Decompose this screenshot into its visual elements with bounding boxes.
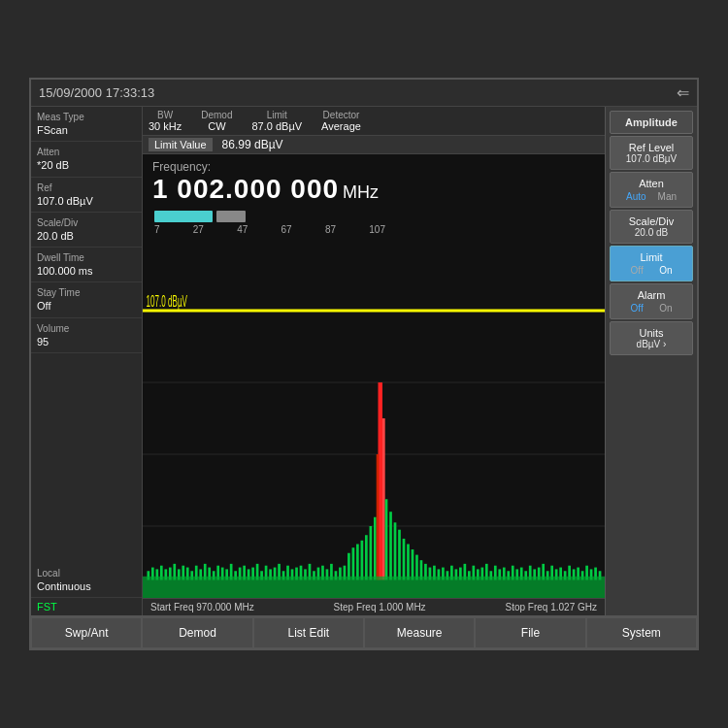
bw-info: BW 30 kHz: [149, 110, 182, 132]
limit-btn[interactable]: Limit Off On: [610, 246, 693, 281]
demod-button[interactable]: Demod: [142, 617, 252, 648]
detector-info: Detector Average: [321, 110, 361, 132]
ref-item: Ref 107.0 dBµV: [31, 178, 142, 213]
units-btn[interactable]: Units dBµV ›: [610, 321, 693, 355]
svg-text:107.0 dBµV: 107.0 dBµV: [147, 292, 188, 311]
svg-rect-62: [385, 499, 388, 579]
demod-info: Demod CW: [201, 110, 232, 132]
dwell-time-item: Dwell Time 100.000 ms: [31, 248, 142, 282]
scale-div-item: Scale/Div 20.0 dB: [31, 213, 142, 248]
svg-rect-56: [365, 535, 368, 579]
limit-info: Limit 87.0 dBµV: [252, 110, 303, 132]
spectrum-svg: 107.0 dBµV: [143, 239, 605, 598]
amplitude-header: Amplitude: [610, 111, 693, 134]
meas-type-item: Meas Type FScan: [31, 107, 142, 142]
scale-gray: [216, 211, 246, 222]
freq-info-bar: Start Freq 970.000 MHz Step Freq 1.000 M…: [143, 598, 605, 615]
svg-rect-52: [347, 553, 350, 580]
file-button[interactable]: File: [475, 617, 585, 648]
fst-label: FST: [31, 598, 142, 615]
center-screen: BW 30 kHz Demod CW Limit 87.0 dBµV Detec…: [143, 107, 605, 615]
svg-rect-64: [394, 522, 397, 579]
svg-rect-55: [361, 541, 364, 580]
svg-rect-68: [412, 549, 414, 579]
main-area: Meas Type FScan Atten *20 dB Ref 107.0 d…: [31, 107, 697, 615]
right-sidebar: Amplitude Ref Level 107.0 dBµV Atten Aut…: [605, 107, 697, 615]
svg-rect-66: [403, 539, 406, 580]
measure-button[interactable]: Measure: [364, 617, 475, 648]
system-button[interactable]: System: [586, 617, 697, 648]
svg-rect-53: [352, 547, 355, 579]
scale-teal: [154, 211, 213, 222]
top-bar: 15/09/2000 17:33:13 ⇐: [31, 80, 697, 107]
amplitude-scale-area: 7 27 47 67 87 107 Amplitude: 36.6 dBµV F…: [143, 207, 605, 239]
frequency-display: Frequency: 1 002.000 000 MHz: [143, 154, 605, 207]
svg-rect-57: [370, 526, 373, 580]
svg-rect-58: [374, 517, 377, 580]
left-sidebar: Meas Type FScan Atten *20 dB Ref 107.0 d…: [31, 107, 143, 615]
ref-level-btn[interactable]: Ref Level 107.0 dBµV: [610, 136, 693, 170]
stay-time-item: Stay Time Off: [31, 282, 142, 317]
svg-rect-65: [398, 530, 401, 580]
datetime-label: 15/09/2000 17:33:13: [39, 85, 154, 100]
atten-item: Atten *20 dB: [31, 142, 142, 177]
svg-rect-67: [407, 545, 410, 580]
alarm-btn[interactable]: Alarm Off On: [610, 283, 693, 319]
limit-value-row: Limit Value 86.99 dBµV: [143, 136, 605, 154]
svg-rect-69: [415, 555, 418, 580]
instrument-panel: 15/09/2000 17:33:13 ⇐ Meas Type FScan At…: [29, 78, 699, 650]
bottom-toolbar: Swp/Ant Demod List Edit Measure File Sys…: [31, 615, 697, 648]
atten-btn[interactable]: Atten Auto Man: [610, 172, 693, 208]
arrow-icon: ⇐: [677, 83, 689, 102]
scale-bar: [149, 209, 599, 224]
svg-rect-60: [382, 418, 385, 580]
scale-div-btn[interactable]: Scale/Div 20.0 dB: [610, 210, 693, 244]
svg-rect-61: [377, 454, 380, 580]
scale-ticks: 7 27 47 67 87 107: [149, 224, 391, 237]
svg-rect-112: [143, 577, 605, 598]
list-edit-button[interactable]: List Edit: [253, 617, 364, 648]
svg-rect-63: [389, 512, 392, 579]
spectrum-area: 107.0 dBµV: [143, 239, 605, 598]
volume-item: Volume 95: [31, 318, 142, 353]
info-row: BW 30 kHz Demod CW Limit 87.0 dBµV Detec…: [143, 107, 605, 136]
mode-item: Local Continuous: [31, 563, 142, 598]
swp-ant-button[interactable]: Swp/Ant: [31, 617, 142, 648]
svg-rect-54: [356, 545, 359, 580]
